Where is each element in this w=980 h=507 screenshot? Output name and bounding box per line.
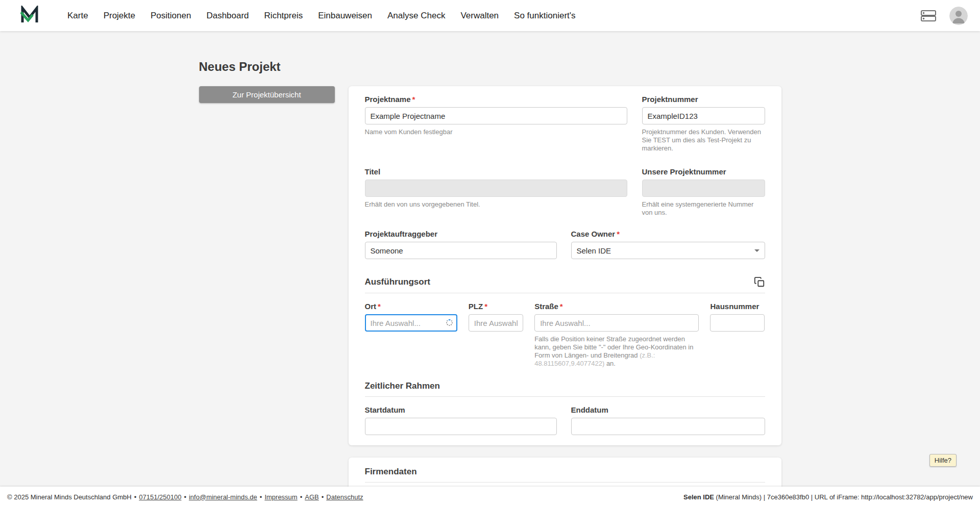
projektnummer-label: Projektnummer — [642, 95, 765, 104]
section-divider — [365, 293, 765, 293]
top-navbar: Karte Projekte Positionen Dashboard Rich… — [0, 0, 980, 31]
page-title: Neues Projekt — [199, 60, 781, 74]
enddatum-input[interactable] — [571, 418, 765, 435]
hausnummer-input[interactable] — [710, 314, 765, 332]
required-asterisk: * — [560, 302, 563, 311]
loading-spinner-icon — [446, 319, 453, 326]
strasse-input[interactable] — [534, 314, 699, 332]
nav-item-projekte[interactable]: Projekte — [104, 11, 135, 21]
unsere-projektnummer-helper: Erhält eine systemgenerierte Nummer von … — [642, 200, 765, 217]
projektauftraggeber-input[interactable] — [365, 242, 557, 259]
plz-label: PLZ* — [469, 302, 523, 311]
ort-label: Ort* — [365, 302, 457, 311]
section-divider — [365, 482, 765, 483]
startdatum-input[interactable] — [365, 418, 557, 435]
user-avatar-icon[interactable] — [949, 7, 968, 25]
nav-item-analyse-check[interactable]: Analyse Check — [387, 11, 445, 21]
hausnummer-label: Hausnummer — [710, 302, 765, 311]
navbar-right — [921, 7, 968, 25]
ort-input[interactable] — [365, 314, 457, 332]
footer-email-link[interactable]: info@mineral-minds.de — [189, 493, 257, 501]
server-icon[interactable] — [921, 10, 936, 21]
footer-agb-link[interactable]: AGB — [305, 493, 318, 501]
projektauftraggeber-label: Projektauftraggeber — [365, 230, 557, 238]
help-button[interactable]: Hilfe? — [929, 454, 957, 467]
titel-label: Titel — [365, 168, 627, 176]
required-asterisk: * — [484, 302, 487, 311]
titel-input — [365, 180, 627, 197]
nav-item-so-funktionierts[interactable]: So funktioniert's — [514, 11, 575, 21]
required-asterisk: * — [378, 302, 381, 311]
nav-item-verwalten[interactable]: Verwalten — [460, 11, 499, 21]
section-divider — [365, 396, 765, 397]
case-owner-value: Selen IDE — [577, 246, 611, 255]
case-owner-select[interactable]: Selen IDE — [571, 242, 765, 259]
nav-item-karte[interactable]: Karte — [67, 11, 88, 21]
strasse-helper: Falls die Position keiner Straße zugeord… — [534, 335, 699, 368]
startdatum-label: Startdatum — [365, 406, 557, 414]
projektname-helper: Name vom Kunden festlegbar — [365, 128, 627, 136]
firmendaten-card: Firmendaten — [349, 458, 781, 487]
footer-phone-link[interactable]: 07151/250100 — [139, 493, 181, 501]
titel-helper: Erhält den von uns vorgegebenen Titel. — [365, 200, 627, 209]
nav-links: Karte Projekte Positionen Dashboard Rich… — [67, 11, 576, 21]
footer-session-info: Selen IDE (Mineral Minds) | 7ce360e83fb0… — [683, 493, 973, 501]
case-owner-label: Case Owner* — [571, 230, 765, 238]
projektname-input[interactable] — [365, 107, 627, 124]
nav-item-einbauweisen[interactable]: Einbauweisen — [318, 11, 372, 21]
footer: © 2025 Mineral Minds Deutschland GmbH • … — [0, 487, 980, 507]
footer-impressum-link[interactable]: Impressum — [264, 493, 297, 501]
left-column: Zur Projektübersicht — [199, 86, 335, 103]
mineral-minds-logo-icon — [20, 6, 41, 26]
main-content: Neues Projekt Zur Projektübersicht Proje… — [0, 31, 980, 487]
unsere-projektnummer-label: Unsere Projektnummer — [642, 168, 765, 176]
nav-item-positionen[interactable]: Positionen — [151, 11, 191, 21]
back-to-project-overview-button[interactable]: Zur Projektübersicht — [199, 86, 335, 103]
footer-datenschutz-link[interactable]: Datenschutz — [326, 493, 363, 501]
required-asterisk: * — [617, 230, 620, 238]
nav-item-dashboard[interactable]: Dashboard — [206, 11, 249, 21]
copy-icon[interactable] — [754, 276, 765, 288]
project-form-card: Projektname* Name vom Kunden festlegbar … — [349, 86, 781, 445]
required-asterisk: * — [412, 95, 415, 104]
footer-copyright: © 2025 Mineral Minds Deutschland GmbH — [7, 493, 132, 501]
nav-item-richtpreis[interactable]: Richtpreis — [264, 11, 303, 21]
projektnummer-helper: Projektnummer des Kunden. Verwenden Sie … — [642, 128, 765, 153]
projektname-label: Projektname* — [365, 95, 627, 104]
projektnummer-input[interactable] — [642, 107, 765, 124]
firmendaten-heading: Firmendaten — [365, 467, 417, 477]
footer-left: © 2025 Mineral Minds Deutschland GmbH • … — [7, 493, 363, 501]
ausfuehrungsort-heading: Ausführungsort — [365, 277, 430, 287]
chevron-down-icon — [754, 249, 760, 252]
zeitlicher-rahmen-heading: Zeitlicher Rahmen — [365, 381, 440, 391]
enddatum-label: Enddatum — [571, 406, 765, 414]
brand-logo[interactable] — [20, 6, 41, 26]
plz-input[interactable] — [469, 314, 523, 332]
strasse-label: Straße* — [534, 302, 699, 311]
unsere-projektnummer-input — [642, 180, 765, 197]
